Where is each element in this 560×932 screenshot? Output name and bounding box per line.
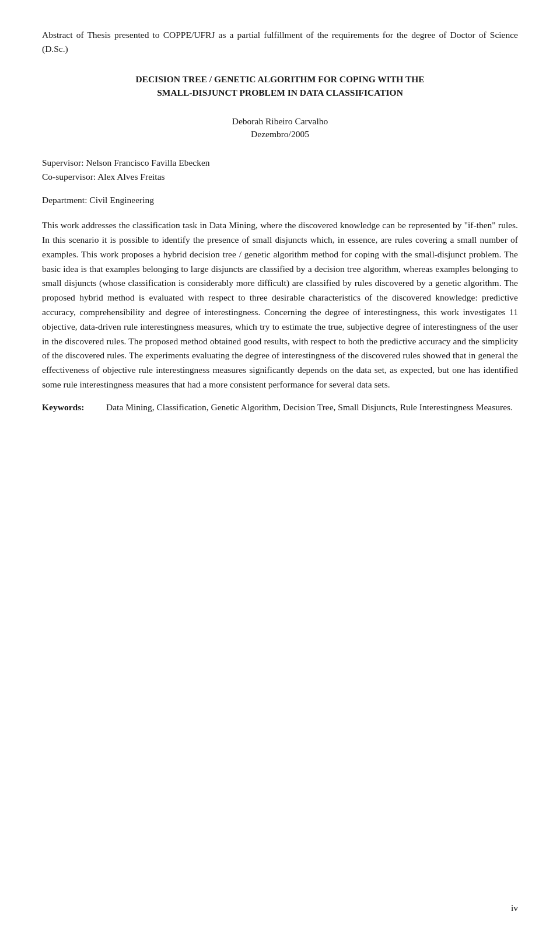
main-title: DECISION TREE / GENETIC ALGORITHM FOR CO…: [76, 72, 484, 100]
date: Dezembro/2005: [76, 129, 484, 139]
cosupervisor-name: Alex Alves Freitas: [97, 172, 164, 181]
department-name: Civil Engineering: [89, 195, 154, 205]
keywords-text: Data Mining, Classification, Genetic Alg…: [106, 400, 518, 415]
abstract-header: Abstract of Thesis presented to COPPE/UF…: [42, 28, 518, 56]
department-block: Department: Civil Engineering: [42, 195, 518, 205]
department-label: Department:: [42, 195, 87, 205]
supervisor-name: Nelson Francisco Favilla Ebecken: [86, 158, 209, 167]
page-number: iv: [511, 903, 518, 913]
abstract-body: This work addresses the classification t…: [42, 218, 518, 414]
abstract-paragraph1: This work addresses the classification t…: [42, 218, 518, 392]
keywords-block: Keywords: Data Mining, Classification, G…: [42, 400, 518, 415]
author-name: Deborah Ribeiro Carvalho: [76, 116, 484, 127]
supervisors-block: Supervisor: Nelson Francisco Favilla Ebe…: [42, 156, 518, 185]
supervisor-label: Supervisor:: [42, 158, 83, 167]
cosupervisor-label: Co-supervisor:: [42, 172, 96, 181]
abstract-header-text: Abstract of Thesis presented to COPPE/UF…: [42, 30, 518, 54]
title-block: DECISION TREE / GENETIC ALGORITHM FOR CO…: [76, 72, 484, 139]
page: Abstract of Thesis presented to COPPE/UF…: [0, 0, 560, 932]
keywords-label: Keywords:: [42, 400, 106, 415]
